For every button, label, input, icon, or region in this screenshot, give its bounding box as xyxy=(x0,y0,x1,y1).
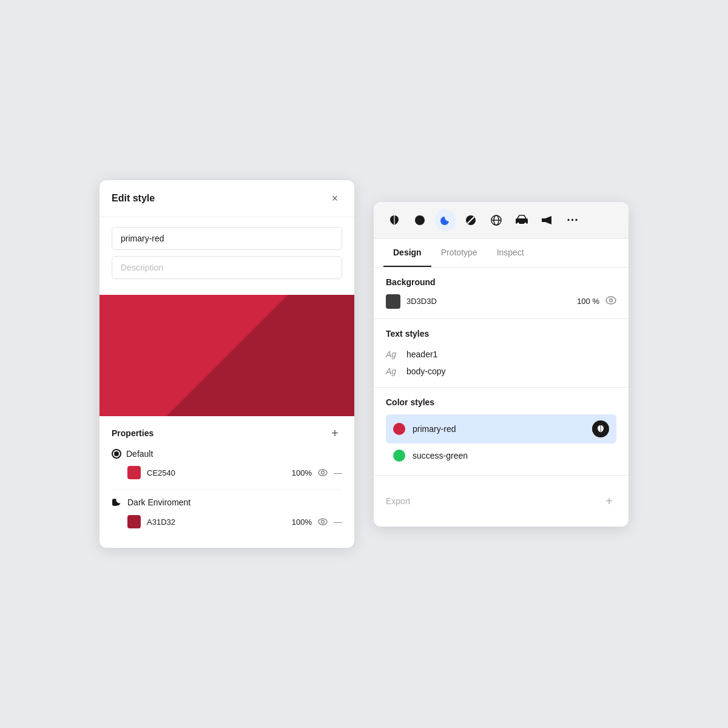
ag-icon-header1: Ag xyxy=(386,349,400,359)
tab-inspect[interactable]: Inspect xyxy=(487,239,534,267)
svg-marker-11 xyxy=(542,216,551,224)
edit-style-panel: Edit style × Properties + Default CE2540… xyxy=(99,180,354,548)
color-style-success-green[interactable]: success-green xyxy=(386,443,616,468)
svg-point-1 xyxy=(322,471,325,474)
background-title: Background xyxy=(386,277,616,287)
default-opacity: 100% xyxy=(285,468,312,477)
text-style-header1: Ag header1 xyxy=(386,346,616,363)
svg-point-9 xyxy=(517,223,519,225)
default-label: Default xyxy=(126,449,153,459)
moon-toolbar-icon[interactable] xyxy=(434,209,456,231)
default-hex: CE2540 xyxy=(147,468,278,477)
default-variant: Default CE2540 100% — xyxy=(112,449,342,482)
export-row: Export + xyxy=(386,485,616,517)
car-toolbar-icon[interactable] xyxy=(511,209,533,231)
dark-remove-icon[interactable]: — xyxy=(334,517,342,527)
moon-icon xyxy=(112,497,123,508)
variant-name-dark: Dark Enviroment xyxy=(112,497,342,508)
svg-point-10 xyxy=(524,223,527,225)
properties-header: Properties + xyxy=(112,426,342,440)
background-swatch[interactable] xyxy=(386,294,400,309)
dark-color-swatch[interactable] xyxy=(127,515,141,528)
color-styles-title: Color styles xyxy=(386,397,616,407)
header1-name: header1 xyxy=(406,349,437,359)
default-color-swatch[interactable] xyxy=(127,466,141,479)
background-row: 3D3D3D 100 % xyxy=(386,294,616,309)
primary-red-label: primary-red xyxy=(413,424,456,434)
radio-inner xyxy=(114,451,119,456)
svg-point-2 xyxy=(318,519,327,525)
dark-hex: A31D32 xyxy=(147,517,278,527)
primary-red-source-icon xyxy=(592,420,609,437)
panel-title: Edit style xyxy=(112,193,155,204)
properties-label: Properties xyxy=(112,428,153,438)
globe-toolbar-icon[interactable] xyxy=(485,209,507,231)
style-name-input[interactable] xyxy=(112,227,342,250)
record-toolbar-icon[interactable] xyxy=(409,209,431,231)
dark-variant: Dark Enviroment A31D32 100% — xyxy=(112,497,342,531)
text-styles-title: Text styles xyxy=(386,329,616,339)
svg-point-12 xyxy=(606,297,616,304)
dark-opacity: 100% xyxy=(285,517,312,527)
text-styles-divider xyxy=(374,387,629,388)
description-input[interactable] xyxy=(112,256,342,279)
radio-icon xyxy=(112,449,121,459)
success-green-dot xyxy=(393,450,405,462)
svg-point-4 xyxy=(415,215,425,225)
text-style-body-copy: Ag body-copy xyxy=(386,363,616,380)
background-visibility-icon[interactable] xyxy=(605,296,616,307)
color-style-primary-red[interactable]: primary-red xyxy=(386,414,616,443)
variant-divider xyxy=(112,489,342,490)
add-property-button[interactable]: + xyxy=(328,426,342,440)
block-toolbar-icon[interactable] xyxy=(460,209,482,231)
color-styles-divider xyxy=(374,475,629,476)
color-preview xyxy=(99,295,354,416)
panel-header: Edit style × xyxy=(99,180,354,217)
tab-design[interactable]: Design xyxy=(383,239,431,267)
properties-section: Properties + Default CE2540 100% xyxy=(99,416,354,548)
primary-red-dot xyxy=(393,423,405,435)
panel-body xyxy=(99,217,354,295)
background-opacity: 100 % xyxy=(577,297,599,306)
leaf-toolbar-icon[interactable] xyxy=(383,209,405,231)
bg-divider xyxy=(374,318,629,319)
svg-point-0 xyxy=(318,470,327,476)
right-panel-body: Background 3D3D3D 100 % Text styles Ag h… xyxy=(374,268,629,527)
default-visibility-icon[interactable] xyxy=(318,469,328,476)
more-toolbar-icon[interactable]: ··· xyxy=(562,209,584,231)
dark-color-row: A31D32 100% — xyxy=(112,513,342,531)
export-label: Export xyxy=(386,496,410,506)
body-copy-name: body-copy xyxy=(406,366,446,376)
dark-label: Dark Enviroment xyxy=(127,497,190,507)
megaphone-toolbar-icon[interactable] xyxy=(536,209,558,231)
toolbar: ··· xyxy=(374,202,629,239)
default-color-row: CE2540 100% — xyxy=(112,463,342,482)
dark-visibility-icon[interactable] xyxy=(318,518,328,525)
tabs-bar: Design Prototype Inspect xyxy=(374,239,629,268)
background-hex: 3D3D3D xyxy=(406,297,571,306)
default-remove-icon[interactable]: — xyxy=(334,468,342,477)
svg-point-3 xyxy=(322,521,325,524)
success-green-label: success-green xyxy=(413,451,468,460)
tab-prototype[interactable]: Prototype xyxy=(431,239,487,267)
right-panel: ··· Design Prototype Inspect Background … xyxy=(374,202,629,527)
ag-icon-body-copy: Ag xyxy=(386,366,400,376)
add-export-button[interactable]: + xyxy=(602,494,616,508)
close-button[interactable]: × xyxy=(328,191,342,206)
svg-point-13 xyxy=(610,298,613,302)
variant-name-default: Default xyxy=(112,449,342,459)
